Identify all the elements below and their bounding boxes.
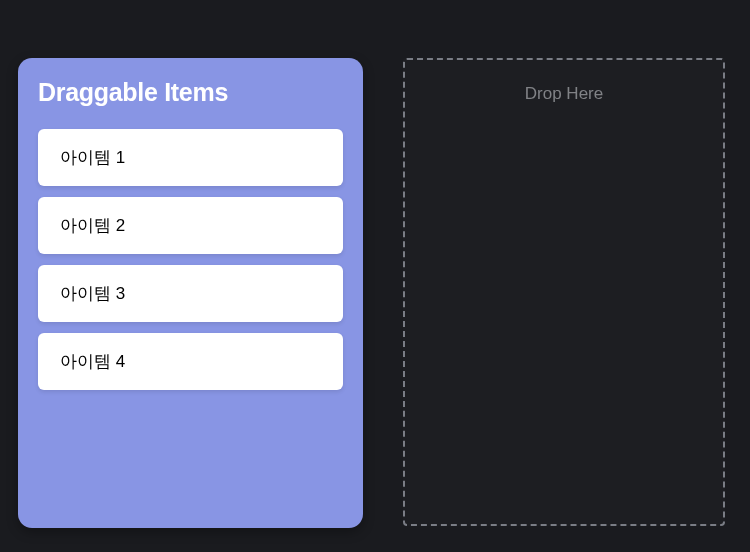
draggable-item[interactable]: 아이템 1: [38, 129, 343, 186]
drop-zone-label: Drop Here: [405, 84, 723, 104]
source-panel-title: Draggable Items: [38, 78, 343, 107]
source-panel: Draggable Items 아이템 1 아이템 2 아이템 3 아이템 4: [18, 58, 363, 528]
drag-drop-container: Draggable Items 아이템 1 아이템 2 아이템 3 아이템 4 …: [0, 0, 750, 546]
draggable-item-list: 아이템 1 아이템 2 아이템 3 아이템 4: [38, 129, 343, 390]
drop-zone[interactable]: Drop Here: [403, 58, 725, 526]
draggable-item[interactable]: 아이템 2: [38, 197, 343, 254]
draggable-item[interactable]: 아이템 3: [38, 265, 343, 322]
draggable-item[interactable]: 아이템 4: [38, 333, 343, 390]
